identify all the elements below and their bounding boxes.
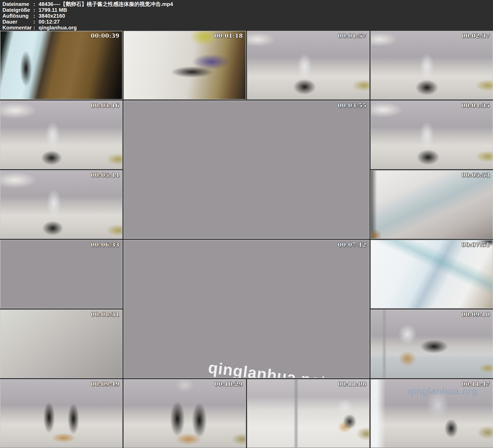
- thumbnail-timestamp: 00:01:57: [338, 33, 367, 39]
- video-thumbnail: 00:09:49: [0, 379, 123, 448]
- comment-value: qinglanhua.org: [39, 25, 77, 31]
- filesize-value: 1799.11 MB: [39, 7, 67, 13]
- resolution-label: Auflösung: [2, 13, 33, 19]
- thumbnail-grid: 00:00:39 00:01:18 00:01:57 00:02:37 00:0…: [0, 31, 493, 448]
- filesize-label: Dateigröße: [2, 7, 33, 13]
- watermark-text: qinglanhua.net: [207, 358, 327, 378]
- thumbnail-timestamp: 00:11:08: [338, 381, 367, 387]
- video-thumbnail: 00:11:47 qinglanhua.org: [370, 379, 493, 448]
- duration-label: Dauer: [2, 19, 33, 25]
- video-thumbnail: 00:02:37: [370, 31, 493, 100]
- video-thumbnail: 00:04:35: [370, 101, 493, 169]
- file-info-header: Dateiname:48436----【鹅卵石】桃子酱之性感连体服的视觉冲击.m…: [0, 0, 493, 31]
- resolution-value: 3840x2160: [39, 13, 65, 19]
- video-thumbnail: 00:10:29: [123, 379, 246, 448]
- separator: :: [33, 7, 39, 13]
- video-thumbnail: 00:05:53: [370, 170, 493, 239]
- video-thumbnail: 00:01:57: [247, 31, 370, 100]
- watermark-text-faint: qinglanhua.org: [407, 386, 478, 397]
- thumbnail-timestamp: 00:02:37: [461, 33, 490, 39]
- video-thumbnail: 00:01:18: [123, 31, 246, 100]
- thumbnail-timestamp: 00:05:53: [461, 172, 490, 178]
- thumbnail-timestamp: 00:07:12: [338, 242, 367, 248]
- file-info-row-filesize: Dateigröße:1799.11 MB: [2, 7, 493, 13]
- filename-value: 48436----【鹅卵石】桃子酱之性感连体服的视觉冲击.mp4: [39, 1, 173, 7]
- video-thumbnail: 00:11:08: [247, 379, 370, 448]
- thumbnail-timestamp: 00:03:16: [91, 102, 119, 109]
- separator: :: [33, 1, 39, 7]
- video-thumbnail: 00:05:14: [0, 170, 123, 239]
- video-thumbnail: 00:09:10: [370, 310, 493, 378]
- thumbnail-timestamp: 00:09:49: [91, 381, 119, 387]
- thumbnail-timestamp: 00:08:31: [91, 311, 119, 318]
- video-thumbnail: 00:06:33: [0, 240, 123, 308]
- video-thumbnail: 00:03:16: [0, 101, 123, 169]
- thumbnail-timestamp: 00:03:55: [338, 102, 367, 109]
- thumbnail-timestamp: 00:06:33: [91, 242, 119, 248]
- video-thumbnail: 00:07:51: [370, 240, 493, 308]
- video-thumbnail-large: 00:03:55: [123, 101, 370, 239]
- file-info-row-duration: Dauer:00:12:27: [2, 19, 493, 25]
- thumbnail-timestamp: 00:01:18: [214, 33, 243, 39]
- separator: :: [33, 19, 39, 25]
- video-thumbnail-large: 00:07:12 qinglanhua.net: [123, 240, 370, 378]
- thumbnail-timestamp: 00:09:10: [461, 311, 490, 318]
- thumbnail-timestamp: 00:05:14: [91, 172, 119, 178]
- duration-value: 00:12:27: [39, 19, 60, 25]
- file-info-row-filename: Dateiname:48436----【鹅卵石】桃子酱之性感连体服的视觉冲击.m…: [2, 1, 493, 7]
- video-thumbnail: 00:08:31: [0, 310, 123, 378]
- separator: :: [33, 13, 39, 19]
- thumbnail-timestamp: 00:07:51: [461, 242, 490, 248]
- video-thumbnail: 00:00:39: [0, 31, 123, 100]
- separator: :: [33, 25, 39, 31]
- file-info-row-comment: Kommentar:qinglanhua.org: [2, 25, 493, 31]
- thumbnail-timestamp: 00:00:39: [91, 33, 119, 39]
- thumbnail-timestamp: 00:10:29: [214, 381, 243, 387]
- filename-label: Dateiname: [2, 1, 33, 7]
- file-info-row-resolution: Auflösung:3840x2160: [2, 13, 493, 19]
- thumbnail-timestamp: 00:04:35: [461, 102, 490, 109]
- comment-label: Kommentar: [2, 25, 33, 31]
